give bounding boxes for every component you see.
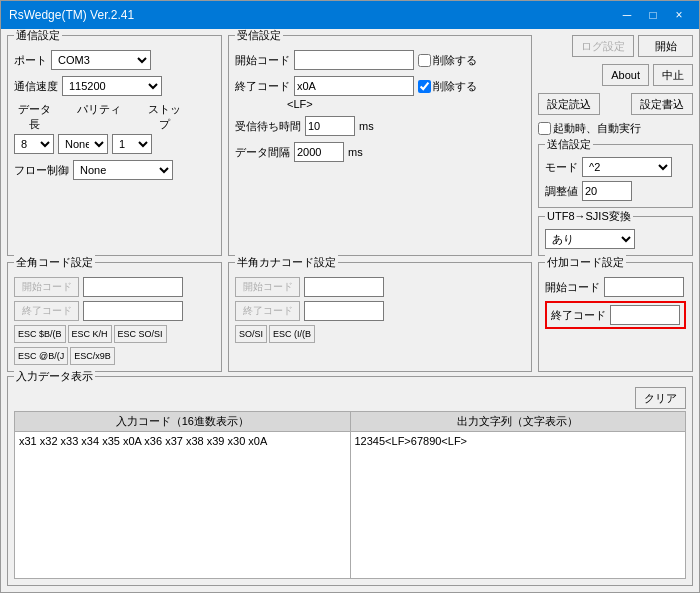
data-header-row: データ長 パリティ ストップ 8 None 1 <box>14 102 215 154</box>
adj-row: 調整値 <box>545 181 686 201</box>
utf-select-row: あり <box>545 229 686 249</box>
delete2-checkbox-label: 削除する <box>418 79 477 94</box>
end-code-input[interactable] <box>294 76 414 96</box>
flow-row: フロー制御 None <box>14 160 215 180</box>
close-button[interactable]: × <box>667 5 691 25</box>
adj-label: 調整値 <box>545 184 578 199</box>
window-title: RsWedge(TM) Ver.2.41 <box>9 8 134 22</box>
stop-label: ストップ <box>144 102 184 132</box>
data-table-header: 入力コード（16進数表示） 出力文字列（文字表示） <box>15 412 685 432</box>
hankaku-label: 半角カナコード設定 <box>235 255 338 270</box>
parity-label: パリティ <box>74 102 124 132</box>
mode-row: モード ^2 <box>545 157 686 177</box>
utf-select[interactable]: あり <box>545 229 635 249</box>
interval-unit: ms <box>348 146 363 158</box>
utf-settings-group: UTF8→SJIS変換 あり <box>538 216 693 256</box>
top-row: 通信設定 ポート COM3 通信速度 115200 データ長 パ <box>7 35 693 256</box>
input-code-data: x31 x32 x33 x34 x35 x0A x36 x37 x38 x39 … <box>19 435 267 447</box>
zenkaku-end-row: 終了コード <box>14 301 215 321</box>
port-select[interactable]: COM3 <box>51 50 151 70</box>
maximize-button[interactable]: □ <box>641 5 665 25</box>
second-row: 全角コード設定 開始コード 終了コード ESC $B/(B ESC K/H ES… <box>7 262 693 372</box>
data-table: 入力コード（16進数表示） 出力文字列（文字表示） x31 x32 x33 x3… <box>14 411 686 579</box>
minimize-button[interactable]: ─ <box>615 5 639 25</box>
zenkaku-settings-group: 全角コード設定 開始コード 終了コード ESC $B/(B ESC K/H ES… <box>7 262 222 372</box>
fuka-start-label: 開始コード <box>545 280 600 295</box>
hankaku-start-input[interactable] <box>304 277 384 297</box>
recv-settings-label: 受信設定 <box>235 29 283 43</box>
wait-label: 受信待ち時間 <box>235 119 301 134</box>
zenkaku-start-row: 開始コード <box>14 277 215 297</box>
fuka-label: 付加コード設定 <box>545 255 626 270</box>
read-settings-button[interactable]: 設定読込 <box>538 93 600 115</box>
stop-select[interactable]: 1 <box>112 134 152 154</box>
baud-select[interactable]: 115200 <box>62 76 162 96</box>
start-code-label: 開始コード <box>235 53 290 68</box>
title-bar: RsWedge(TM) Ver.2.41 ─ □ × <box>1 1 699 29</box>
main-content: 通信設定 ポート COM3 通信速度 115200 データ長 パ <box>1 29 699 592</box>
output-string-col[interactable]: 12345<LF>67890<LF> <box>351 432 686 578</box>
stop-button[interactable]: 中止 <box>653 64 693 86</box>
utf-label: UTF8→SJIS変換 <box>545 209 633 224</box>
wait-input[interactable] <box>305 116 355 136</box>
clear-button[interactable]: クリア <box>635 387 686 409</box>
send-settings-label: 送信設定 <box>545 137 593 152</box>
wait-row: 受信待ち時間 ms <box>235 116 525 136</box>
delete2-checkbox[interactable] <box>418 80 431 93</box>
zenkaku-esc3[interactable]: ESC SO/SI <box>114 325 167 343</box>
read-write-row: 設定読込 設定書込 <box>538 93 693 115</box>
hankaku-start-button[interactable]: 開始コード <box>235 277 300 297</box>
zenkaku-start-input[interactable] <box>83 277 183 297</box>
interval-input[interactable] <box>294 142 344 162</box>
zenkaku-end-button[interactable]: 終了コード <box>14 301 79 321</box>
zenkaku-esc2[interactable]: ESC K/H <box>68 325 112 343</box>
input-code-col[interactable]: x31 x32 x33 x34 x35 x0A x36 x37 x38 x39 … <box>15 432 351 578</box>
zenkaku-esc-buttons2: ESC @B/(J ESC/x9B <box>14 347 215 365</box>
hankaku-end-button[interactable]: 終了コード <box>235 301 300 321</box>
top-buttons-row: ログ設定 開始 <box>538 35 693 57</box>
fuka-end-input[interactable] <box>610 305 680 325</box>
input-display-label: 入力データ表示 <box>14 369 95 384</box>
zenkaku-esc1[interactable]: ESC $B/(B <box>14 325 66 343</box>
hankaku-esc2[interactable]: ESC (I/(B <box>269 325 315 343</box>
input-display-header: クリア <box>14 387 686 409</box>
zenkaku-start-button[interactable]: 開始コード <box>14 277 79 297</box>
log-settings-button[interactable]: ログ設定 <box>572 35 634 57</box>
hankaku-esc1[interactable]: SO/SI <box>235 325 267 343</box>
fuka-start-input[interactable] <box>604 277 684 297</box>
title-bar-buttons: ─ □ × <box>615 5 691 25</box>
zenkaku-esc-buttons: ESC $B/(B ESC K/H ESC SO/SI <box>14 325 215 343</box>
start-code-row: 開始コード 削除する <box>235 50 525 70</box>
write-settings-button[interactable]: 設定書込 <box>631 93 693 115</box>
input-display-group: 入力データ表示 クリア 入力コード（16進数表示） 出力文字列（文字表示） x3… <box>7 376 693 586</box>
fuka-end-highlight: 終了コード <box>545 301 686 329</box>
fuka-settings-group: 付加コード設定 開始コード 終了コード <box>538 262 693 372</box>
start-code-input[interactable] <box>294 50 414 70</box>
zenkaku-end-input[interactable] <box>83 301 183 321</box>
adj-input[interactable] <box>582 181 632 201</box>
baud-row: 通信速度 115200 <box>14 76 215 96</box>
comm-settings-label: 通信設定 <box>14 29 62 43</box>
zenkaku-esc5[interactable]: ESC/x9B <box>70 347 115 365</box>
hankaku-esc-buttons: SO/SI ESC (I/(B <box>235 325 525 343</box>
baud-label: 通信速度 <box>14 79 58 94</box>
start-button[interactable]: 開始 <box>638 35 693 57</box>
flow-select[interactable]: None <box>73 160 173 180</box>
autorun-label: 起動時、自動実行 <box>553 121 641 136</box>
delete1-checkbox-label: 削除する <box>418 53 477 68</box>
right-panel: ログ設定 開始 About 中止 設定読込 設定書込 起動時、自動実行 送 <box>538 35 693 256</box>
parity-select[interactable]: None <box>58 134 108 154</box>
about-stop-row: About 中止 <box>538 64 693 86</box>
hankaku-end-input[interactable] <box>304 301 384 321</box>
mode-select[interactable]: ^2 <box>582 157 672 177</box>
zenkaku-esc4[interactable]: ESC @B/(J <box>14 347 68 365</box>
about-button[interactable]: About <box>602 64 649 86</box>
interval-label: データ間隔 <box>235 145 290 160</box>
data-length-select[interactable]: 8 <box>14 134 54 154</box>
autorun-checkbox[interactable] <box>538 122 551 135</box>
main-window: RsWedge(TM) Ver.2.41 ─ □ × 通信設定 ポート COM3… <box>0 0 700 593</box>
comm-settings-group: 通信設定 ポート COM3 通信速度 115200 データ長 パ <box>7 35 222 256</box>
port-row: ポート COM3 <box>14 50 215 70</box>
end-code-label: 終了コード <box>235 79 290 94</box>
delete1-checkbox[interactable] <box>418 54 431 67</box>
